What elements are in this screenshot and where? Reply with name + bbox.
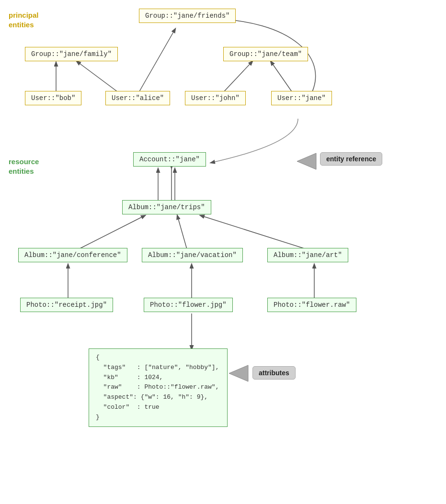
node-photo-raw: Photo::"flower.raw" xyxy=(267,298,356,312)
svg-marker-15 xyxy=(297,153,316,169)
svg-line-10 xyxy=(200,215,306,249)
diagram-container: principalentities resourceentities xyxy=(0,0,446,504)
node-photo-flower: Photo::"flower.jpg" xyxy=(144,298,233,312)
node-bob: User::"bob" xyxy=(25,91,81,105)
node-album-trips: Album::"jane/trips" xyxy=(122,200,211,214)
label-principal: principalentities xyxy=(9,11,39,29)
node-album-conference: Album::"jane/conference" xyxy=(18,248,127,262)
node-john: User::"john" xyxy=(185,91,246,105)
label-resource: resourceentities xyxy=(9,157,39,176)
node-account-jane: Account::"jane" xyxy=(133,152,206,167)
node-alice: User::"alice" xyxy=(105,91,170,105)
callout-entity-reference: entity reference xyxy=(320,152,382,166)
callout-attributes: attributes xyxy=(252,366,296,380)
node-jane-user: User::"jane" xyxy=(271,91,332,105)
svg-line-8 xyxy=(79,215,145,249)
node-friends: Group::"jane/friends" xyxy=(139,9,236,23)
node-album-art: Album::"jane/art" xyxy=(267,248,348,262)
node-family: Group::"jane/family" xyxy=(25,47,118,61)
svg-line-9 xyxy=(177,215,187,249)
node-team: Group::"jane/team" xyxy=(223,47,308,61)
svg-line-1 xyxy=(134,29,175,101)
node-attributes: { "tags" : ["nature", "hobby"], "kb" : 1… xyxy=(89,348,228,427)
svg-marker-16 xyxy=(229,365,248,381)
node-album-vacation: Album::"jane/vacation" xyxy=(142,248,243,262)
node-photo-receipt: Photo::"receipt.jpg" xyxy=(20,298,113,312)
